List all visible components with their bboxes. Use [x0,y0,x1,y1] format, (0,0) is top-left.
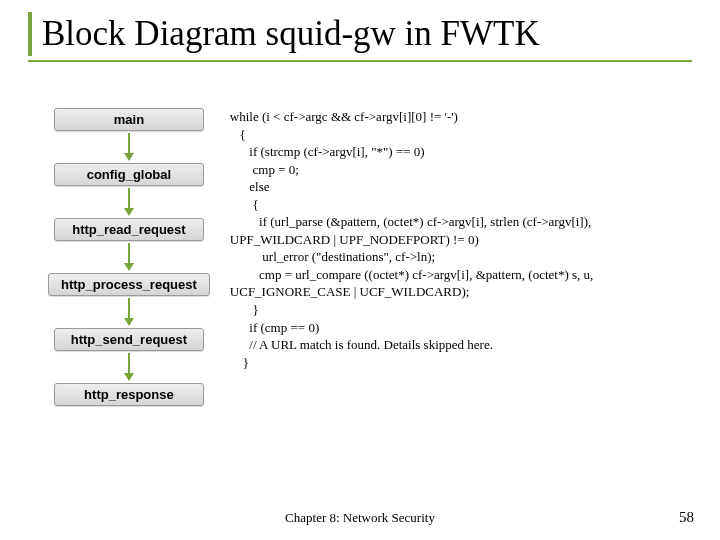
arrow-down-icon [124,188,134,216]
flow-box-http-response: http_response [54,383,204,406]
arrow-down-icon [124,243,134,271]
footer-text: Chapter 8: Network Security [0,510,720,526]
flow-box-http-read-request: http_read_request [54,218,204,241]
code-snippet: while (i < cf->argc && cf->argv[i][0] !=… [230,104,692,522]
flow-box-main: main [54,108,204,131]
slide-title: Block Diagram squid-gw in FWTK [42,14,540,54]
arrow-down-icon [124,298,134,326]
flow-box-http-send-request: http_send_request [54,328,204,351]
flow-column: main config_global http_read_request htt… [48,108,210,522]
title-accent [28,12,32,56]
slide: Block Diagram squid-gw in FWTK main conf… [0,0,720,540]
title-row: Block Diagram squid-gw in FWTK [28,12,692,56]
flow-box-http-process-request: http_process_request [48,273,210,296]
page-number: 58 [679,509,694,526]
slide-body: main config_global http_read_request htt… [28,62,692,522]
flow-box-config-global: config_global [54,163,204,186]
arrow-down-icon [124,353,134,381]
arrow-down-icon [124,133,134,161]
